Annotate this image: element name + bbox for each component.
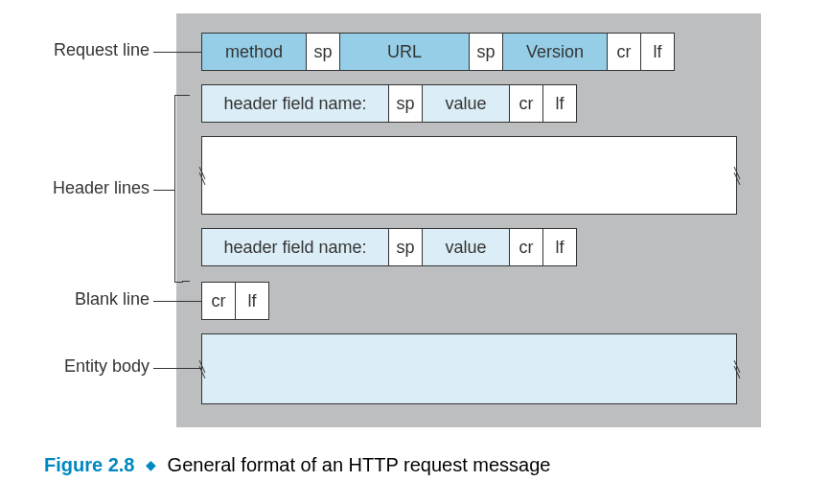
break-mark-right-gap [730,165,744,188]
http-request-format-diagram: Request line Header lines Blank line Ent… [0,0,830,504]
break-mark-left-body [196,358,209,381]
header1-lf: lf [542,84,577,123]
request-lf: lf [640,33,675,71]
leader-entity-body [153,368,201,369]
figure-caption: Figure 2.8 ◆ General format of an HTTP r… [44,454,550,476]
request-url: URL [339,33,470,71]
label-entity-body: Entity body [44,356,150,377]
break-mark-left-gap [196,165,209,188]
label-header-lines: Header lines [44,178,150,198]
headerN-cr: cr [509,228,543,266]
header-gap [201,136,737,215]
headerN-name: header field name: [201,228,389,266]
blank-cr: cr [201,282,236,320]
diamond-icon: ◆ [140,457,162,472]
request-sp1: sp [306,33,340,71]
headerN-value: value [422,228,510,266]
request-method: method [201,33,307,71]
header-lines-bracket [174,95,183,283]
label-blank-line: Blank line [44,289,150,309]
label-request-line: Request line [44,40,150,60]
break-mark-right-body [730,358,744,381]
figure-text: General format of an HTTP request messag… [168,454,551,475]
header1-sp: sp [388,84,423,123]
entity-body [201,333,737,404]
request-version: Version [502,33,608,71]
leader-blank-line [153,301,201,302]
leader-header-lines [153,190,174,191]
header1-name: header field name: [201,84,389,123]
header1-value: value [422,84,510,123]
headerN-lf: lf [542,228,577,266]
header1-cr: cr [509,84,543,123]
leader-request-line [153,52,201,53]
headerN-sp: sp [388,228,423,266]
blank-lf: lf [235,282,269,320]
request-cr: cr [607,33,641,71]
request-sp2: sp [469,33,503,71]
figure-number: Figure 2.8 [44,454,134,475]
